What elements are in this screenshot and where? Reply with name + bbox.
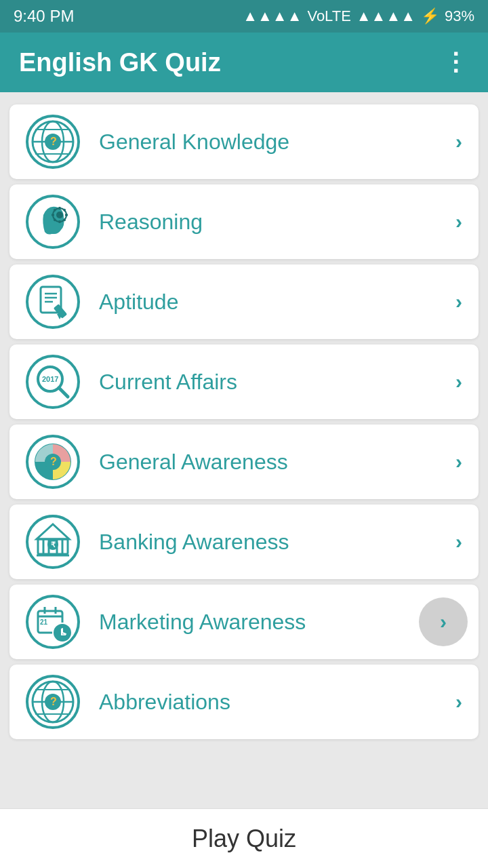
svg-text:2017: 2017 xyxy=(42,375,58,383)
svg-marker-36 xyxy=(37,524,69,539)
volte-label: VoLTE xyxy=(307,7,350,25)
svg-text:?: ? xyxy=(50,456,57,467)
menu-item-marketing-awareness[interactable]: 21 L Marketing Awareness › xyxy=(9,585,479,659)
status-bar: 9:40 PM ▲▲▲▲ VoLTE ▲▲▲▲ ⚡ 93% xyxy=(0,0,488,33)
content-area: ? General Knowledge › xyxy=(0,92,488,808)
status-time: 9:40 PM xyxy=(14,7,74,26)
menu-item-general-awareness[interactable]: ? General Awareness › xyxy=(9,425,479,499)
menu-button[interactable]: ⋮ xyxy=(443,48,469,77)
svg-point-10 xyxy=(56,212,63,218)
magnify-2017-icon: 2017 xyxy=(26,355,80,409)
battery-icon: ⚡ xyxy=(421,7,439,25)
svg-text:?: ? xyxy=(50,136,57,147)
svg-line-18 xyxy=(54,219,56,221)
menu-item-general-knowledge[interactable]: ? General Knowledge › xyxy=(9,104,479,179)
menu-item-banking-awareness[interactable]: ₹ Banking Awareness › xyxy=(9,505,479,579)
app-bar: English GK Quiz ⋮ xyxy=(0,33,488,92)
banking-awareness-label: Banking Awareness xyxy=(99,530,455,555)
chevron-right-icon-ca: › xyxy=(455,370,462,393)
pie-question-icon: ? xyxy=(26,435,80,489)
fab-chevron-icon: › xyxy=(440,610,447,633)
menu-item-abbreviations[interactable]: ? Abbreviations › xyxy=(9,665,479,739)
general-knowledge-label: General Knowledge xyxy=(99,130,455,155)
svg-line-17 xyxy=(64,210,66,212)
marketing-awareness-label: Marketing Awareness xyxy=(99,610,462,635)
battery-level: 93% xyxy=(445,7,474,25)
menu-item-current-affairs[interactable]: 2017 Current Affairs › xyxy=(9,344,479,419)
general-awareness-label: General Awareness xyxy=(99,450,455,475)
chevron-right-icon-reasoning: › xyxy=(455,210,462,233)
status-right: ▲▲▲▲ VoLTE ▲▲▲▲ ⚡ 93% xyxy=(243,7,474,25)
calendar-clock-icon: 21 L xyxy=(26,595,80,649)
chevron-right-icon-abbr: › xyxy=(455,690,462,713)
abbreviations-label: Abbreviations xyxy=(99,690,455,715)
svg-line-28 xyxy=(59,388,68,397)
app-title: English GK Quiz xyxy=(19,48,221,77)
svg-point-44 xyxy=(27,596,79,648)
globe-question2-icon: ? xyxy=(26,675,80,729)
aptitude-label: Aptitude xyxy=(99,290,455,315)
chevron-right-icon-banking: › xyxy=(455,530,462,553)
fab-button[interactable]: › xyxy=(419,597,468,646)
signal2-icon: ▲▲▲▲ xyxy=(357,7,415,25)
bottom-bar[interactable]: Play Quiz xyxy=(0,808,488,868)
svg-line-15 xyxy=(54,210,56,212)
chevron-right-icon-aptitude: › xyxy=(455,290,462,313)
svg-text:?: ? xyxy=(50,696,57,707)
svg-line-16 xyxy=(64,219,66,221)
menu-item-aptitude[interactable]: Aptitude › xyxy=(9,264,479,339)
bank-rupee-icon: ₹ xyxy=(26,515,80,569)
chevron-right-icon-ga: › xyxy=(455,450,462,473)
play-quiz-button[interactable]: Play Quiz xyxy=(192,825,296,853)
svg-text:L: L xyxy=(60,627,66,637)
current-affairs-label: Current Affairs xyxy=(99,370,455,395)
menu-item-reasoning[interactable]: Reasoning › xyxy=(9,184,479,259)
document-pencil-icon xyxy=(26,275,80,329)
chevron-right-icon-gk: › xyxy=(455,130,462,153)
svg-text:₹: ₹ xyxy=(51,540,56,549)
brain-gear-icon xyxy=(26,195,80,249)
reasoning-label: Reasoning xyxy=(99,210,455,235)
globe-question-icon: ? xyxy=(26,115,80,169)
signal-icon: ▲▲▲▲ xyxy=(243,7,302,25)
svg-text:21: 21 xyxy=(40,618,48,626)
